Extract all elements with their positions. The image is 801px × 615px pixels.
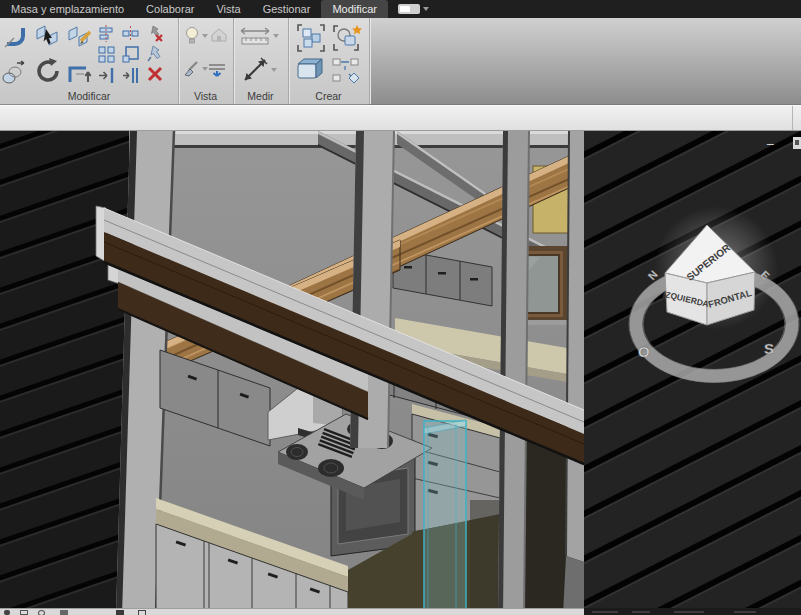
view-control-bar[interactable] [0,608,584,615]
array-icon[interactable] [98,46,115,63]
tab-modificar[interactable]: Modificar [321,0,388,18]
panel-label-modificar[interactable]: Modificar [0,90,178,102]
left-exterior-wall [0,131,129,608]
sun-path-icon[interactable] [60,610,68,615]
compass-west[interactable]: O [638,343,650,360]
crop-view-icon[interactable] [138,610,146,615]
right-stud-column [498,131,529,608]
pin-icon[interactable] [147,45,163,62]
navbar-partial-icon-glyph [795,140,799,145]
split-with-gap-icon[interactable] [66,23,94,49]
chevron-down-icon [273,34,279,38]
chevron-down-icon [202,34,208,38]
unpin-icon[interactable] [146,24,164,42]
create-similar-icon[interactable] [332,23,364,53]
measure-ruler-icon[interactable] [239,25,279,47]
toggle-reveal-icon[interactable] [184,26,208,46]
model-3d-scene: N E O S SUPERIOR IZQUIERDA FRONTAL − [0,131,801,608]
selection-box [424,420,466,608]
panel-label-medir[interactable]: Medir [233,90,288,102]
split-element-icon[interactable] [34,23,62,49]
align-icon[interactable] [98,25,115,42]
revit-window: Masa y emplazamiento Colaborar Vista Ges… [0,0,801,615]
trim-extend-icon[interactable] [66,58,94,86]
drawing-area-3d-view[interactable]: N E O S SUPERIOR IZQUIERDA FRONTAL − [0,131,801,608]
create-parts-icon[interactable] [332,58,360,84]
status-strip [584,608,801,615]
detail-level-icon[interactable] [20,610,28,615]
show-model-icon[interactable] [210,27,228,43]
options-bar [0,105,801,131]
ribbon: Modificar Vista [0,18,801,105]
visual-style-icon[interactable] [38,610,45,615]
copy-icon[interactable] [0,58,28,86]
align-marks-icon[interactable] [122,25,139,42]
create-assembly-icon[interactable] [294,56,326,84]
view-control-bar-clipped [0,608,801,615]
shadows-icon[interactable] [116,610,124,615]
panel-label-crear[interactable]: Crear [288,90,369,102]
paint-override-icon[interactable] [184,60,208,78]
navbar-minimize[interactable]: − [766,136,774,152]
panel-modificar: Modificar [0,18,179,104]
rotate-icon[interactable] [33,56,63,86]
chevron-down-icon [271,68,277,72]
tab-gestionar[interactable]: Gestionar [252,0,322,18]
thin-lines-icon[interactable] [208,62,226,80]
panel-vista: Vista [178,18,234,104]
measure-between-icon[interactable] [241,56,277,84]
tab-masa-y-emplazamiento[interactable]: Masa y emplazamiento [0,0,135,18]
ribbon-tab-bar: Masa y emplazamiento Colaborar Vista Ges… [0,0,801,18]
ribbon-panels: Modificar Vista [0,18,369,105]
scale-icon[interactable] [4,610,10,615]
panel-label-vista[interactable]: Vista [178,90,233,102]
panel-crear: Crear [288,18,370,104]
compass-south[interactable]: S [764,340,774,357]
scale-icon[interactable] [122,46,139,63]
offset-copy-icon[interactable] [122,67,139,84]
tab-colaborar[interactable]: Colaborar [135,0,205,18]
fillet-icon[interactable] [4,23,30,49]
ribbon-empty-area [369,18,801,105]
create-group-icon[interactable] [296,23,326,53]
tab-vista[interactable]: Vista [205,0,251,18]
offset-icon[interactable] [98,67,115,84]
ribbon-panel-icon [398,4,420,14]
ribbon-display-toggle[interactable] [398,0,429,18]
panel-medir: Medir [233,18,289,104]
chevron-down-icon [423,7,429,11]
delete-icon[interactable] [147,66,163,82]
options-bar-divider [792,106,793,130]
